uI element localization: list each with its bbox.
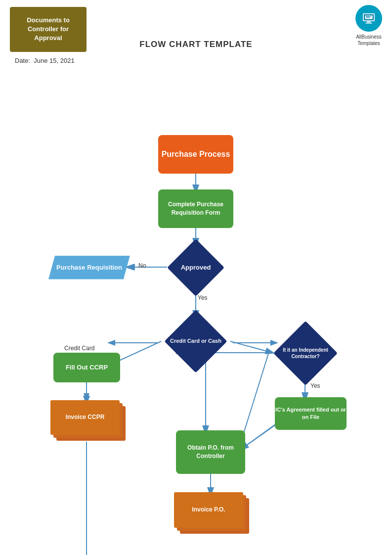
svg-line-16	[243, 424, 277, 448]
logo-icon	[355, 5, 382, 32]
svg-line-26	[230, 341, 270, 352]
svg-line-28	[243, 424, 276, 448]
docs-box: Documents to Controller for Approval	[10, 7, 87, 52]
no-label-1: No	[138, 262, 146, 269]
cc-or-cash-diamond: Credit Card or Cash	[161, 315, 230, 368]
approved-diamond: Approved	[166, 243, 225, 292]
purchase-req-box: Purchase Requisition	[48, 256, 130, 279]
svg-rect-3	[365, 23, 372, 24]
date-line: Date: June 15, 2021	[15, 57, 75, 64]
obtain-po-box: Obtain P.O. from Controller	[176, 430, 245, 474]
fill-ccrp-box: Fill Out CCRP	[53, 353, 120, 382]
ic-diamond: It it an Independent Contractor?	[271, 328, 340, 378]
logo-text: AllBusinessTemplates	[356, 34, 382, 46]
flowchart: No Yes Credit Card Cash No Yes Purchase …	[0, 121, 392, 555]
complete-form-box: Complete Purchase Requisition Form	[158, 189, 233, 228]
invoice-po-stack: Invoice P.O.	[173, 491, 248, 536]
svg-rect-2	[367, 21, 371, 23]
credit-card-label: Credit Card	[64, 345, 94, 352]
yes-label-1: Yes	[198, 294, 208, 301]
ics-agreement-box: IC's Agreement filled out or on File	[275, 397, 347, 430]
invoice-ccpr-stack: Invoice CCPR	[49, 399, 124, 443]
yes-label-2: Yes	[310, 382, 320, 389]
svg-line-15	[242, 354, 268, 438]
purchase-process-box: Purchase Process	[158, 135, 233, 174]
page-title: FLOW CHART TEMPLATE	[139, 40, 252, 49]
logo-area: AllBusinessTemplates	[355, 5, 382, 46]
